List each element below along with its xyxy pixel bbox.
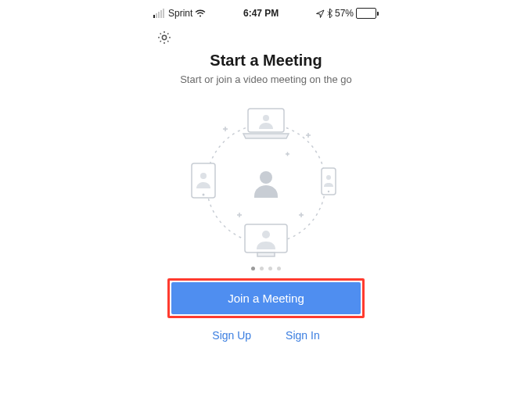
signal-strength-icon	[153, 9, 164, 18]
svg-point-0	[162, 35, 166, 39]
status-right: 57%	[316, 8, 379, 19]
status-time: 6:47 PM	[243, 8, 279, 19]
svg-point-4	[263, 115, 269, 121]
status-bar: Sprint 6:47 PM 57%	[149, 0, 383, 20]
phone-frame: Sprint 6:47 PM 57%	[149, 0, 383, 342]
bluetooth-icon	[327, 9, 332, 18]
hero: Start a Meeting Start or join a video me…	[149, 48, 383, 342]
wifi-icon	[195, 9, 206, 18]
page-dot-0	[251, 267, 255, 270]
page-dot-3	[277, 267, 281, 270]
svg-point-12	[328, 190, 329, 192]
primary-cta-highlight: Join a Meeting	[167, 278, 365, 318]
battery-icon	[356, 8, 379, 19]
svg-point-7	[262, 231, 270, 238]
svg-point-9	[203, 193, 205, 195]
carrier-label: Sprint	[168, 8, 192, 19]
page-dot-2	[268, 267, 272, 270]
devices-illustration	[176, 98, 356, 262]
battery-percent: 57%	[335, 8, 354, 19]
svg-point-10	[200, 173, 207, 179]
svg-point-13	[326, 175, 331, 180]
svg-point-2	[260, 171, 272, 184]
join-meeting-button[interactable]: Join a Meeting	[171, 282, 361, 314]
gear-icon[interactable]	[155, 28, 174, 47]
svg-rect-8	[192, 163, 215, 198]
svg-rect-6	[257, 252, 275, 256]
page-dot-1	[260, 267, 264, 270]
top-row	[149, 20, 383, 48]
page-title: Start a Meeting	[149, 52, 383, 70]
page-subtitle: Start or join a video meeting on the go	[180, 73, 352, 87]
sign-in-link[interactable]: Sign In	[286, 329, 320, 342]
sign-up-link[interactable]: Sign Up	[212, 329, 251, 342]
status-left: Sprint	[153, 8, 206, 19]
location-icon	[316, 9, 325, 18]
page-indicator	[149, 267, 383, 270]
auth-links: Sign Up Sign In	[149, 329, 383, 342]
